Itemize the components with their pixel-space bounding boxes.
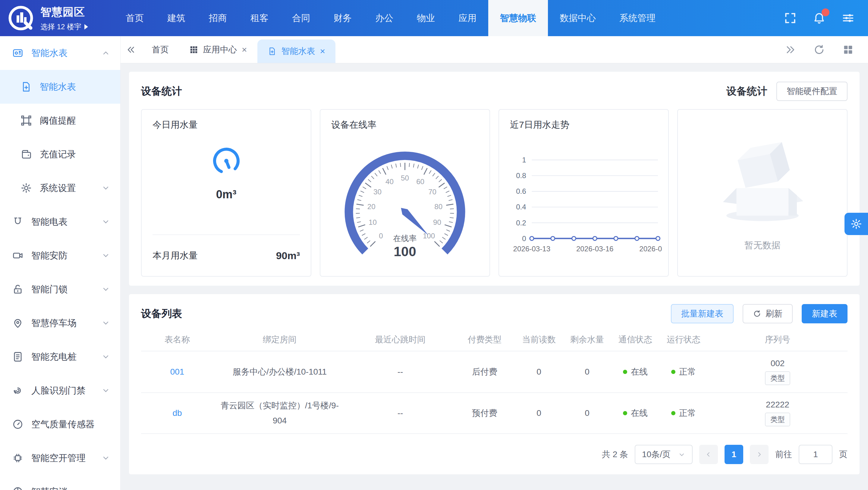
refresh-icon[interactable]: [813, 44, 825, 56]
today-usage-value-block: 0m³: [142, 145, 311, 201]
nav-item-office[interactable]: 办公: [364, 0, 405, 36]
goto-page-input[interactable]: [799, 445, 832, 464]
prev-page-button[interactable]: [699, 445, 718, 464]
nav-item-datacenter[interactable]: 数据中心: [548, 0, 608, 36]
device-stats-panel: 设备统计 设备统计 智能硬件配置 今日用水量 0m³ 本: [129, 72, 860, 286]
device-stats-header: 设备统计 设备统计 智能硬件配置: [141, 80, 847, 102]
device-list-actions: 批量新建表 刷新 新建表: [671, 304, 847, 323]
meter-name-link[interactable]: db: [141, 408, 213, 418]
chevron-up-icon: [101, 49, 110, 57]
nav-item-finance[interactable]: 财务: [322, 0, 364, 36]
settings-sliders-icon[interactable]: [841, 11, 855, 25]
refresh-icon: [753, 309, 761, 318]
current-page-button[interactable]: 1: [724, 445, 743, 464]
remaining-water: 0: [563, 367, 611, 377]
svg-text:0.6: 0.6: [516, 187, 526, 195]
chevron-down-icon: [101, 285, 110, 294]
floating-settings-button[interactable]: [844, 213, 868, 235]
document-add-icon: [21, 81, 32, 93]
sidebar-group-smart-breaker[interactable]: 智能空开管理: [0, 441, 120, 475]
comm-status: 在线: [611, 366, 659, 377]
svg-text:70: 70: [428, 188, 436, 196]
building-selector[interactable]: 选择 12 楼宇: [40, 22, 88, 32]
sidebar-group-smart-electric-meter[interactable]: 智能电表: [0, 205, 120, 239]
refresh-button[interactable]: 刷新: [743, 304, 793, 323]
lock-icon: [12, 283, 24, 295]
card-title: 今日用水量: [153, 119, 300, 131]
empty-box-illustration: [699, 134, 826, 233]
status-dot: [671, 370, 675, 374]
type-tag-button[interactable]: 类型: [765, 412, 790, 426]
threshold-frame-icon: [21, 115, 32, 126]
tab-smart-water-meter[interactable]: 智能水表 ×: [257, 39, 336, 63]
nav-item-property[interactable]: 物业: [405, 0, 447, 36]
create-meter-button[interactable]: 新建表: [802, 304, 847, 323]
sidebar-group-smart-water-meter[interactable]: 智能水表: [0, 36, 120, 70]
svg-text:100: 100: [394, 244, 416, 259]
chevron-down-icon: [678, 451, 685, 458]
map-pin-icon: [12, 317, 24, 329]
nav-item-investment[interactable]: 招商: [197, 0, 239, 36]
sidebar-group-smart-security[interactable]: 智能安防: [0, 239, 120, 272]
layout-grid-icon[interactable]: [842, 44, 854, 56]
svg-text:60: 60: [416, 178, 424, 186]
close-icon[interactable]: ×: [320, 47, 326, 56]
sidebar-group-smart-parking[interactable]: 智慧停车场: [0, 306, 120, 340]
svg-text:40: 40: [385, 178, 394, 186]
sidebar-group-smart-door-lock[interactable]: 智能门锁: [0, 272, 120, 306]
online-rate-card: 设备在线率 0102030405060708090100在线率100: [320, 109, 490, 277]
next-page-button[interactable]: [750, 445, 769, 464]
serial-number: 002: [708, 359, 847, 368]
sidebar-group-smart-fire-safety[interactable]: 智慧安消: [0, 475, 120, 490]
nav-item-system[interactable]: 系统管理: [608, 0, 667, 36]
nav-item-apps[interactable]: 应用: [447, 0, 488, 36]
sidebar-item-label: 空气质量传感器: [31, 418, 95, 431]
magnet-icon: [12, 216, 24, 227]
col-header: 当前读数: [515, 334, 563, 345]
notification-bell-icon[interactable]: [812, 11, 826, 25]
hardware-config-button[interactable]: 智能硬件配置: [776, 82, 847, 101]
type-tag-button[interactable]: 类型: [765, 371, 790, 385]
nav-item-iot[interactable]: 智慧物联: [488, 0, 548, 36]
sidebar-item-threshold-alert[interactable]: 阈值提醒: [0, 104, 120, 137]
brand-text: 智慧园区 选择 12 楼宇: [40, 5, 88, 32]
sidebar-item-label: 系统设置: [40, 182, 76, 194]
meter-name-link[interactable]: 001: [141, 367, 213, 377]
page-size-select[interactable]: 10条/页: [635, 445, 692, 464]
tab-app-center[interactable]: 应用中心 ×: [179, 36, 257, 63]
sidebar-item-air-quality-sensor[interactable]: 空气质量传感器: [0, 407, 120, 441]
fullscreen-icon[interactable]: [784, 11, 797, 25]
sidebar-item-label: 阈值提醒: [40, 115, 76, 127]
close-icon[interactable]: ×: [242, 45, 247, 54]
sidebar-group-smart-charging-pile[interactable]: 智能充电桩: [0, 340, 120, 374]
svg-text:在线率: 在线率: [393, 234, 416, 243]
sidebar-item-label: 智能充电桩: [31, 351, 76, 363]
section-title: 设备列表: [141, 307, 182, 320]
card-title: 近7日用水走势: [510, 119, 657, 131]
nav-item-building[interactable]: 建筑: [156, 0, 197, 36]
tabs-scroll-left-icon[interactable]: [121, 44, 142, 55]
wallet-icon: [21, 149, 32, 160]
sidebar-item-label: 智能水表: [31, 47, 67, 59]
col-header: 绑定房间: [213, 334, 346, 345]
gauge-svg: 0102030405060708090100在线率100: [327, 132, 484, 274]
batch-create-button[interactable]: 批量新建表: [671, 304, 734, 323]
sidebar-group-face-recognition-access[interactable]: 人脸识别门禁: [0, 374, 120, 407]
sidebar-item-smart-water-meter[interactable]: 智能水表: [0, 70, 120, 104]
chevron-down-icon: [101, 184, 110, 192]
sidebar-item-label: 智能水表: [40, 81, 76, 93]
section-title: 设备统计: [141, 84, 182, 98]
main-content: 设备统计 设备统计 智能硬件配置 今日用水量 0m³ 本: [121, 63, 868, 490]
col-header: 剩余水量: [563, 334, 611, 345]
tab-home[interactable]: 首页: [142, 36, 179, 63]
nav-item-contract[interactable]: 合同: [280, 0, 322, 36]
nav-item-home[interactable]: 首页: [114, 0, 156, 36]
tabs-scroll-right-icon[interactable]: [784, 44, 796, 56]
chip-icon: [12, 452, 24, 464]
face-spiral-icon: [12, 385, 24, 396]
nav-item-tenant[interactable]: 租客: [239, 0, 280, 36]
sidebar-item-recharge-records[interactable]: 充值记录: [0, 137, 120, 171]
col-header: 付费类型: [455, 334, 515, 345]
sidebar-item-system-settings[interactable]: 系统设置: [0, 171, 120, 205]
month-usage-footer: 本月用水量 90m³: [153, 235, 300, 276]
